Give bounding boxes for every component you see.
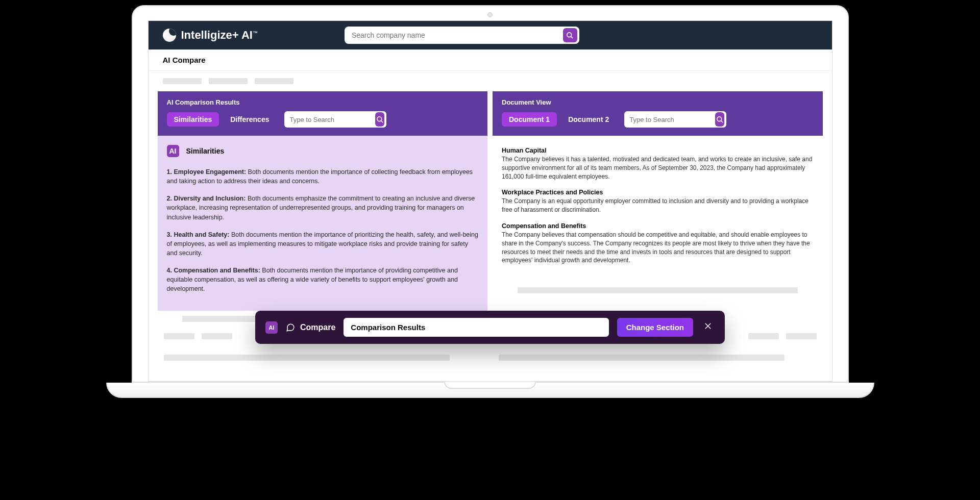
doc-section: Human Capital The Company believes it ha… <box>502 147 814 181</box>
breadcrumb-placeholder <box>149 71 832 91</box>
svg-line-1 <box>571 36 573 38</box>
svg-point-0 <box>567 32 572 37</box>
placeholder-bar <box>518 287 798 293</box>
close-button[interactable] <box>701 319 715 335</box>
ai-badge-icon: AI <box>265 321 278 334</box>
brand-name: Intelligize+ AI™ <box>181 29 258 42</box>
search-icon <box>376 116 384 123</box>
page-title: AI Compare <box>149 49 832 71</box>
logo-icon <box>163 29 176 42</box>
tab-document-2[interactable]: Document 2 <box>561 112 616 127</box>
search-icon <box>566 32 574 39</box>
comparison-panel: AI Comparison Results Similarities Diffe… <box>158 91 488 327</box>
doc-section: Workplace Practices and Policies The Com… <box>502 189 814 214</box>
tab-similarities[interactable]: Similarities <box>167 112 219 127</box>
svg-point-4 <box>717 116 722 121</box>
doc-section-heading: Compensation and Benefits <box>502 222 814 230</box>
comparison-search[interactable] <box>284 111 386 128</box>
similarities-heading: Similarities <box>186 147 225 155</box>
doc-section-text: The Company believes it has a talented, … <box>502 155 814 181</box>
company-search-input[interactable] <box>352 31 563 39</box>
document-search-input[interactable] <box>629 116 715 123</box>
doc-section: Compensation and Benefits The Company be… <box>502 222 814 265</box>
ai-badge-icon: AI <box>167 145 179 157</box>
doc-section-text: The Company is an equal opportunity empl… <box>502 197 814 214</box>
laptop-base <box>106 383 874 398</box>
comparison-panel-title: AI Comparison Results <box>167 98 479 106</box>
list-item: 1. Employee Engagement: Both documents m… <box>167 167 479 186</box>
comparison-results-input[interactable] <box>344 318 608 337</box>
doc-section-heading: Workplace Practices and Policies <box>502 189 814 196</box>
doc-section-text: The Company believes that compensation s… <box>502 231 814 265</box>
tab-document-1[interactable]: Document 1 <box>502 112 557 127</box>
svg-point-2 <box>377 116 382 121</box>
message-icon <box>286 323 295 332</box>
list-item: 2. Diversity and Inclusion: Both documen… <box>167 194 479 221</box>
document-panel: Document View Document 1 Document 2 <box>493 91 823 327</box>
list-item: 3. Health and Safety: Both documents men… <box>167 230 479 258</box>
document-search-button[interactable] <box>715 112 724 127</box>
laptop-mockup: Intelligize+ AI™ AI Compare AI Compariso <box>132 5 849 398</box>
close-icon <box>703 321 713 331</box>
comparison-search-input[interactable] <box>289 116 375 123</box>
svg-line-3 <box>381 120 383 122</box>
svg-line-5 <box>721 120 723 122</box>
compare-label: Compare <box>300 323 335 332</box>
change-section-button[interactable]: Change Section <box>617 318 693 337</box>
list-item: 4. Compensation and Benefits: Both docum… <box>167 266 479 293</box>
camera-dot <box>487 12 493 17</box>
document-search[interactable] <box>624 111 726 128</box>
tab-differences[interactable]: Differences <box>223 112 276 127</box>
document-panel-title: Document View <box>502 98 814 106</box>
search-icon <box>716 116 724 123</box>
company-search[interactable] <box>345 27 579 44</box>
placeholder-row <box>149 355 832 361</box>
doc-section-heading: Human Capital <box>502 147 814 154</box>
compare-floating-bar: AI Compare Change Section <box>255 311 725 344</box>
comparison-search-button[interactable] <box>375 112 384 127</box>
app-header: Intelligize+ AI™ <box>149 21 832 49</box>
company-search-button[interactable] <box>563 28 577 42</box>
